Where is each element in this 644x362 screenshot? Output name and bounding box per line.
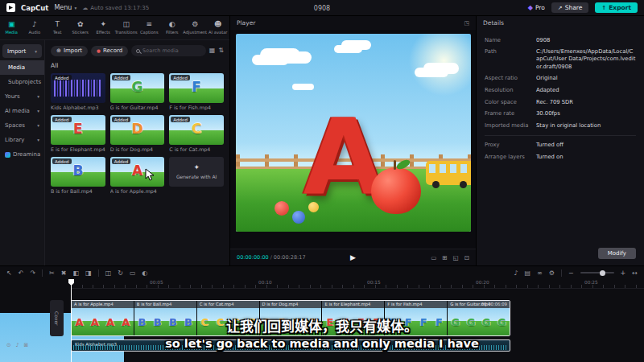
sidebar-item-dreamina[interactable]: Dreamina [0, 147, 44, 162]
fit-timeline-icon[interactable]: ↔ [632, 269, 638, 277]
media-tile-e-elephant[interactable]: E Added E is for Elephant.mp4 [51, 115, 105, 152]
mirror-icon[interactable]: ◫ [105, 269, 112, 277]
delete-icon[interactable]: ✖ [61, 269, 67, 277]
tab-audio[interactable]: ♪ Audio [23, 21, 47, 35]
record-label: Record [103, 47, 122, 54]
added-badge: Added [112, 158, 131, 164]
detail-label: Path [485, 48, 536, 71]
sidebar-item-yours[interactable]: Yours ▾ [0, 89, 44, 104]
tab-ai-avatar[interactable]: ☻ AI avatar [207, 21, 230, 35]
player-actions: ▭ ⊞ ◱ ⊡ [431, 254, 469, 261]
project-title: 0908 [314, 4, 330, 11]
app-name: CapCut [21, 4, 48, 12]
media-tile-kids-alphabet[interactable]: Added Kids Alphabet.mp3 [51, 73, 105, 110]
sidebar-item-import[interactable]: Import ▾ [2, 44, 42, 58]
media-tile-f-fish[interactable]: F Added F is for Fish.mp4 [169, 73, 224, 110]
clip-title: A is for Apple.mp4 [72, 301, 134, 308]
timeline-tools-right: ♪ ▤ ∞ ⚙ − + ↔ [514, 269, 638, 277]
tab-captions[interactable]: ≡ Captions [138, 21, 161, 35]
sidebar-item-ai-media[interactable]: AI media ▾ [0, 104, 44, 118]
ruler-label: 00:10 [258, 280, 272, 285]
thumbnail-letter: F [192, 79, 201, 95]
media-tile-d-dog[interactable]: D Added D is for Dog.mp4 [110, 115, 165, 152]
sidebar-item-subprojects[interactable]: Subprojects [0, 75, 44, 89]
trim-right-icon[interactable]: ◨ [85, 269, 92, 277]
video-thumbnail: F Added [169, 73, 224, 103]
preview-grid-icon[interactable]: ⊞ [442, 254, 447, 261]
detail-row-path: Path C:/Users/Emenxes/AppData/Local/CapC… [485, 48, 636, 71]
tab-text[interactable]: T Text [46, 21, 69, 35]
mini-player-icon[interactable]: ◱ [453, 254, 459, 261]
media-tile-b-ball[interactable]: B Added B is for Ball.mp4 [51, 157, 105, 194]
media-tile-g-guitar[interactable]: G Added G is for Guitar.mp4 [110, 73, 165, 110]
select-tool-icon[interactable]: ↖ [6, 269, 12, 277]
import-button[interactable]: ⊕ Import [51, 46, 88, 56]
plus-icon: ⊕ [56, 47, 61, 54]
detail-value: C:/Users/Emenxes/AppData/Local/CapCut/Us… [536, 48, 636, 71]
rotate-icon[interactable]: ↻ [118, 269, 123, 277]
ribbon-tabs: ▣ Media ♪ Audio T Text ✿ Stickers ✦ Effe… [0, 16, 229, 40]
zoom-slider-knob[interactable] [600, 270, 605, 276]
search-box[interactable] [131, 45, 206, 56]
share-button[interactable]: ↗ Share [551, 2, 589, 13]
tab-stickers[interactable]: ✿ Stickers [69, 21, 93, 35]
media-tile-a-apple[interactable]: A Added A is for Apple.mp4 [110, 157, 165, 194]
zoom-slider[interactable] [580, 272, 614, 274]
redo-icon[interactable]: ↷ [30, 269, 35, 277]
detail-label: Resolution [485, 87, 536, 94]
ruler-label: 00:25 [584, 280, 598, 285]
link-icon[interactable]: ∞ [537, 269, 543, 277]
tab-effects[interactable]: ✦ Effects [92, 21, 115, 35]
export-button[interactable]: ↑ Export [595, 2, 638, 13]
aspect-ratio-icon[interactable]: ▭ [431, 254, 436, 261]
tab-transitions[interactable]: ◫ Transitions [115, 21, 138, 35]
share-label: Share [565, 4, 583, 11]
generate-with-ai-tile[interactable]: ✦ Generate with AI [169, 157, 224, 194]
settings-icon[interactable]: ⚙ [549, 269, 555, 277]
chevron-down-icon: ▾ [74, 6, 76, 10]
zoom-in-icon[interactable]: + [621, 269, 626, 277]
adjustment-icon: ⚙ [192, 21, 198, 28]
video-preview[interactable]: A [236, 34, 471, 232]
grid-view-icon[interactable]: ▦ [209, 47, 216, 54]
play-button[interactable]: ▶ [350, 253, 356, 261]
search-input[interactable] [142, 47, 201, 54]
chevron-down-icon: ▾ [37, 138, 39, 142]
trim-left-icon[interactable]: ◧ [73, 269, 80, 277]
detail-label: Proxy [485, 142, 536, 149]
sidebar-item-library[interactable]: Library ▾ [0, 133, 44, 147]
record-button[interactable]: ● Record [91, 46, 128, 56]
detail-value: 0908 [536, 37, 636, 44]
detail-label: Arrange layers [485, 154, 536, 161]
player-stage: A [230, 30, 476, 249]
tab-media[interactable]: ▣ Media [0, 21, 23, 35]
fullscreen-icon[interactable]: ⊡ [464, 254, 469, 261]
track-height-icon[interactable]: ▤ [524, 269, 530, 277]
sidebar-item-spaces[interactable]: Spaces ▾ [0, 118, 44, 133]
zoom-out-icon[interactable]: − [568, 269, 574, 277]
detail-label: Color space [485, 99, 536, 106]
cloud-graphic [334, 45, 362, 53]
thumbnail-letter: E [73, 121, 83, 137]
sort-icon[interactable]: ⇅ [218, 47, 224, 54]
undo-icon[interactable]: ↶ [19, 269, 24, 277]
tab-filters[interactable]: ◐ Filters [161, 21, 184, 35]
sidebar-item-label: AI media [5, 108, 30, 114]
ruler-label: 00:20 [476, 280, 489, 285]
cloud-graphic [415, 68, 448, 77]
split-icon[interactable]: ✂ [49, 269, 55, 277]
tile-name: E is for Elephant.mp4 [51, 146, 105, 152]
media-tile-c-cat[interactable]: C Added C is for Cat.mp4 [169, 115, 224, 152]
autosave-text: Auto saved 13:17:35 [90, 5, 149, 11]
menu-button[interactable]: Menu ▾ [54, 4, 76, 11]
pro-badge[interactable]: ◆ Pro [528, 4, 545, 11]
mute-track-icon[interactable]: ♪ [514, 269, 518, 277]
modify-button[interactable]: Modify [598, 248, 636, 259]
tab-adjustment[interactable]: ⚙ Adjustment [184, 21, 207, 35]
timeline-ruler[interactable]: 00:05 00:10 00:15 00:20 00:25 [71, 279, 644, 289]
mask-icon[interactable]: ◐ [142, 269, 147, 277]
sidebar-item-media[interactable]: Media [0, 60, 44, 75]
crop-icon[interactable]: ▭ [130, 269, 136, 277]
detach-player-icon[interactable]: ◳ [464, 20, 469, 27]
import-label: Import [64, 47, 82, 54]
